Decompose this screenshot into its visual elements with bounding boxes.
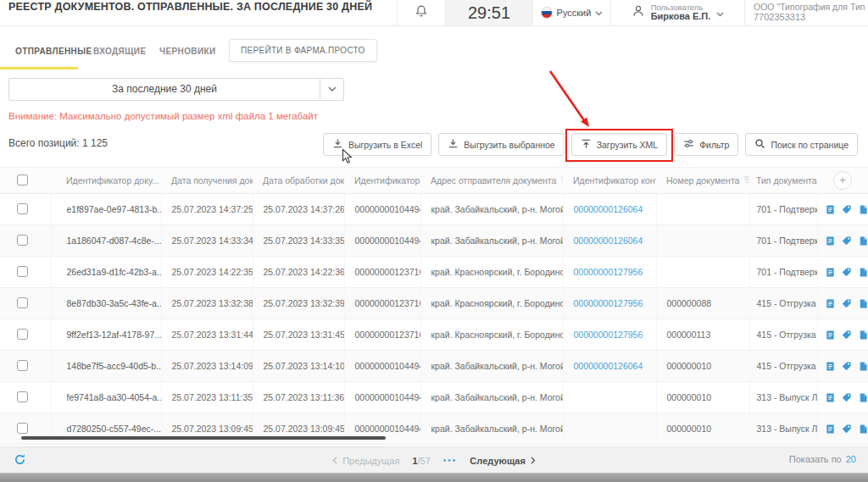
sender-address-cell: край. Красноярский, г. Бородино, ул. ... (420, 257, 563, 288)
document-details-icon[interactable] (825, 424, 836, 435)
column-header-received-date[interactable]: Дата получения доку... (161, 168, 253, 194)
addressee-id-cell: 00000000104494 (344, 351, 420, 382)
select-all-checkbox[interactable] (17, 175, 28, 186)
page-size-control: Показать по20 (789, 454, 856, 464)
page-search-button[interactable]: Поиск по странице (745, 133, 858, 156)
download-icon (448, 138, 459, 151)
column-header-doc-type[interactable]: Тип документа (749, 168, 817, 194)
row-checkbox[interactable] (17, 329, 28, 340)
page-ellipsis-button[interactable]: ••• (443, 456, 458, 465)
chevron-down-icon (716, 5, 724, 20)
document-details-icon[interactable] (825, 361, 836, 372)
row-actions-cell (817, 194, 868, 225)
footer-bar: Предыдущая 1/57 ••• Следующая Показать п… (0, 446, 868, 474)
period-select-value: За последние 30 дней (9, 79, 320, 100)
notifications-button[interactable] (397, 0, 445, 25)
go-to-farma-prosto-button[interactable]: ПЕРЕЙТИ В ФАРМА.ПРОСТО (229, 39, 377, 62)
horizontal-scrollbar[interactable] (21, 436, 386, 440)
page-size-value[interactable]: 20 (846, 454, 856, 464)
export-selected-button[interactable]: Выгрузить выбранное (438, 133, 564, 156)
addressee-id-cell: 00000000123716 (344, 319, 420, 351)
row-checkbox[interactable] (17, 235, 28, 246)
tag-icon[interactable] (841, 204, 852, 215)
bell-icon (415, 4, 428, 21)
counterparty-link[interactable]: 00000000127956 (574, 267, 643, 277)
tag-icon[interactable] (841, 424, 852, 435)
language-selector[interactable]: Русский (532, 0, 610, 25)
upload-xml-button[interactable]: Загрузить XML (571, 133, 667, 156)
file-copy-icon[interactable] (858, 330, 868, 341)
row-checkbox[interactable] (17, 391, 28, 402)
document-details-icon[interactable] (825, 298, 836, 309)
file-copy-icon[interactable] (858, 392, 868, 403)
column-header-doc-number[interactable]: Номер документа (656, 168, 749, 194)
file-copy-icon[interactable] (858, 298, 868, 309)
column-header-addressee-id[interactable]: Идентификатор адрес... (344, 168, 420, 194)
chevron-down-icon[interactable] (320, 79, 343, 100)
sort-icon (743, 176, 749, 183)
file-copy-icon[interactable] (858, 424, 868, 435)
counterparty-link[interactable]: 00000000126064 (574, 235, 643, 246)
document-details-icon[interactable] (825, 392, 836, 403)
prev-page-button[interactable]: Предыдущая (332, 456, 399, 466)
addressee-id-cell: 00000000123716 (344, 257, 420, 288)
table-body: e1f897ae-0e97-4813-b... 25.07.2023 14:37… (0, 194, 868, 445)
tag-icon[interactable] (841, 267, 852, 278)
doc-id-cell: e1f897ae-0e97-4813-b... (51, 194, 161, 225)
tab-sent[interactable]: ОТПРАВЛЕННЫЕ (15, 47, 92, 56)
document-details-icon[interactable] (825, 235, 836, 247)
column-header-doc-id[interactable]: Идентификатор доку... (51, 168, 161, 194)
table-row: 26ed31a9-d1fc-42b3-a... 25.07.2023 14:22… (0, 257, 868, 288)
counterparty-link[interactable]: 00000000126064 (574, 204, 643, 214)
processed-date-cell: 25.07.2023 14:37:26 (253, 194, 344, 225)
column-header-processed-date[interactable]: Дата обработки доку... (253, 168, 344, 194)
doc-number-cell (656, 194, 749, 225)
file-copy-icon[interactable] (858, 361, 868, 372)
row-actions-cell (817, 319, 868, 351)
tag-icon[interactable] (841, 361, 852, 372)
doc-type-cell: 701 - Подтверж (749, 194, 817, 225)
row-select-cell (0, 257, 51, 288)
tag-icon[interactable] (841, 392, 852, 403)
export-excel-button[interactable]: Выгрузить в Excel (323, 133, 431, 156)
tag-icon[interactable] (841, 235, 852, 247)
counterparty-link[interactable]: 00000000126064 (574, 361, 643, 371)
period-select[interactable]: За последние 30 дней (8, 78, 344, 101)
doc-type-cell: 701 - Подтверж (749, 257, 817, 288)
session-timer: 29:51 (445, 0, 532, 25)
row-checkbox[interactable] (17, 360, 28, 371)
row-checkbox[interactable] (17, 423, 28, 434)
counterparty-link[interactable]: 00000000127956 (574, 330, 643, 340)
filter-label: Фильтр (699, 140, 729, 150)
doc-type-cell: 415 - Отгрузка (749, 288, 817, 319)
column-header-sender-address[interactable]: Адрес отправителя документа (420, 168, 563, 194)
document-details-icon[interactable] (825, 330, 836, 341)
top-bar: РЕЕСТР ДОКУМЕНТОВ. ОТПРАВЛЕННЫЕ. ЗА ПОСЛ… (0, 0, 868, 26)
tag-icon[interactable] (841, 298, 852, 309)
export-excel-label: Выгрузить в Excel (348, 140, 422, 150)
sender-address-cell: край. Забайкальский, р-н. Могойтуйс... (420, 382, 563, 413)
file-copy-icon[interactable] (858, 235, 868, 247)
table-row: e1f897ae-0e97-4813-b... 25.07.2023 14:37… (0, 194, 868, 225)
counterparty-link[interactable]: 00000000127956 (574, 298, 643, 308)
tab-incoming[interactable]: ВХОДЯЩИЕ (93, 47, 146, 56)
document-details-icon[interactable] (825, 267, 836, 278)
next-page-button[interactable]: Следующая (470, 456, 535, 466)
document-details-icon[interactable] (825, 204, 836, 215)
row-checkbox[interactable] (17, 297, 28, 308)
tab-drafts[interactable]: ЧЕРНОВИКИ (159, 47, 216, 56)
add-column-button[interactable]: + (833, 171, 852, 190)
file-copy-icon[interactable] (858, 267, 868, 278)
file-copy-icon[interactable] (858, 204, 868, 215)
row-checkbox[interactable] (17, 203, 28, 214)
table-row: 148be7f5-acc9-40d5-b... 25.07.2023 13:14… (0, 351, 868, 382)
document-registry-page: РЕЕСТР ДОКУМЕНТОВ. ОТПРАВЛЕННЫЕ. ЗА ПОСЛ… (0, 0, 868, 482)
tag-icon[interactable] (841, 330, 852, 341)
filter-button[interactable]: Фильтр (674, 133, 738, 156)
column-header-counterparty-id[interactable]: Идентификатор контр... (563, 168, 656, 194)
processed-date-cell: 25.07.2023 14:22:36 (253, 257, 344, 288)
counterparty-cell: 00000000126064 (563, 194, 656, 225)
row-checkbox[interactable] (17, 266, 28, 277)
user-menu[interactable]: Пользователь Биркова Е.П. (610, 0, 744, 25)
addressee-id-cell: 00000000104494 (344, 225, 420, 257)
